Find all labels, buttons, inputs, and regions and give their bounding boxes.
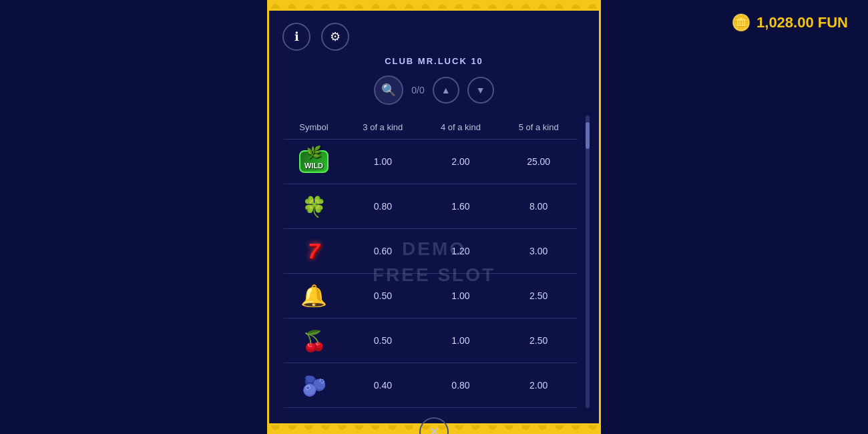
close-area: ✕ [419,408,449,434]
balance-area: 🪙 1,028.00 FUN [731,13,848,32]
symbol-cell-bell: 🔔 [284,274,344,318]
panel-title: CLUB MR.LUCK 10 [385,56,483,66]
symbol-cell-plum: 🫐 [284,363,344,408]
close-icon: ✕ [429,424,440,434]
table-header-row: Symbol 3 of a kind 4 of a kind 5 of a ki… [284,116,578,140]
col-header-symbol: Symbol [284,116,344,140]
main-panel: ℹ ⚙ CLUB MR.LUCK 10 🔍 0/0 ▲ ▼ Symbol 3 o… [267,9,601,425]
left-panel [0,0,267,434]
paytable-wrapper: Symbol 3 of a kind 4 of a kind 5 of a ki… [284,116,584,408]
symbol-seven-icon: 7 [297,234,331,268]
row-bell-3kind: 0.50 [344,274,422,318]
paytable: Symbol 3 of a kind 4 of a kind 5 of a ki… [284,116,578,408]
info-button[interactable]: ℹ [282,23,310,51]
row-lucky-3kind: 0.80 [344,184,422,229]
table-row: 🍀0.801.608.00 [284,184,578,229]
row-plum-3kind: 0.40 [344,363,422,408]
arrow-down-icon: ▼ [476,85,485,95]
row-wild-5kind: 25.00 [499,140,578,184]
symbol-lucky-icon: 🍀 [297,190,331,223]
nav-down-button[interactable]: ▼ [467,77,494,103]
row-plum-4kind: 0.80 [422,363,500,408]
symbol-cell-seven: 7 [284,229,344,274]
symbol-cherry-icon: 🍒 [297,324,331,357]
row-cherry-5kind: 2.50 [499,318,578,363]
row-seven-3kind: 0.60 [344,229,422,274]
table-row: 🍒0.501.002.50 [284,318,578,363]
symbol-plum-icon: 🫐 [297,369,331,402]
settings-button[interactable]: ⚙ [321,23,349,51]
nav-up-button[interactable]: ▲ [433,77,459,103]
col-header-3kind: 3 of a kind [344,116,422,140]
row-wild-4kind: 2.00 [422,140,500,184]
symbol-cell-lucky: 🍀 [284,184,344,229]
info-icon: ℹ [294,29,299,44]
row-bell-5kind: 2.50 [499,274,578,318]
row-cherry-3kind: 0.50 [344,318,422,363]
col-header-4kind: 4 of a kind [422,116,500,140]
symbol-cell-cherry: 🍒 [284,318,344,363]
row-lucky-5kind: 8.00 [499,184,578,229]
balance-amount: 1,028.00 FUN [756,14,848,31]
scrollbar-thumb [586,122,590,149]
symbol-bell-icon: 🔔 [297,279,331,312]
row-lucky-4kind: 1.60 [422,184,500,229]
row-cherry-4kind: 1.00 [422,318,500,363]
row-seven-4kind: 1.20 [422,229,500,274]
table-row: 🔔0.501.002.50 [284,274,578,318]
right-panel: 🪙 1,028.00 FUN [601,0,868,434]
settings-icon: ⚙ [330,29,341,44]
scrollbar[interactable] [586,116,590,408]
symbol-cell-wild: 🌿 WILD [284,140,344,184]
arrow-up-icon: ▲ [441,85,451,95]
table-row: 🌿 WILD 1.002.0025.00 [284,140,578,184]
table-row: 70.601.203.00 [284,229,578,274]
close-button[interactable]: ✕ [419,417,449,434]
row-bell-4kind: 1.00 [422,274,500,318]
search-icon: 🔍 [381,83,396,97]
row-seven-5kind: 3.00 [499,229,578,274]
row-wild-3kind: 1.00 [344,140,422,184]
coin-icon: 🪙 [731,13,751,32]
symbol-wild-icon: 🌿 WILD [297,145,331,178]
top-buttons-row: ℹ ⚙ [269,11,349,56]
page-counter: 0/0 [411,85,424,95]
col-header-5kind: 5 of a kind [499,116,578,140]
table-row: 🫐0.400.802.00 [284,363,578,408]
search-area: 🔍 0/0 ▲ ▼ [374,75,493,105]
search-button[interactable]: 🔍 [374,75,403,105]
row-plum-5kind: 2.00 [499,363,578,408]
